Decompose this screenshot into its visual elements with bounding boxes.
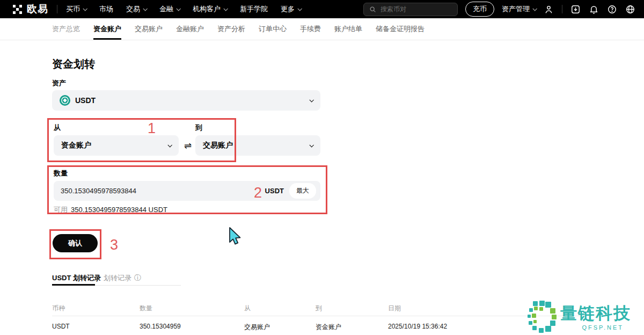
records-table-header: 币种 数量 从 到 日期 xyxy=(52,304,592,313)
notifications-bell-icon[interactable] xyxy=(589,4,599,14)
chevron-down-icon xyxy=(532,6,537,11)
brand-name[interactable]: 欧易 xyxy=(27,2,48,16)
icons-divider xyxy=(562,5,562,13)
asset-value: USDT xyxy=(75,96,96,105)
tabs-underline xyxy=(95,285,181,286)
swap-direction-icon[interactable]: ⇌ xyxy=(180,135,195,156)
info-icon: ⓘ xyxy=(134,273,141,283)
assets-menu[interactable]: 资产管理 xyxy=(502,4,536,14)
chevron-down-icon xyxy=(167,143,172,147)
nav-academy[interactable]: 新手学院 xyxy=(240,4,268,14)
available-balance: 可用350.1530495978593844 USDT xyxy=(54,205,167,215)
annotation-number-1: 1 xyxy=(148,120,156,137)
chevron-down-icon xyxy=(83,6,87,11)
download-app-icon[interactable] xyxy=(570,4,581,14)
available-label: 可用 xyxy=(54,206,68,214)
nav-trade[interactable]: 交易 xyxy=(126,4,147,14)
tab-proof-of-reserves[interactable]: 储备金证明报告 xyxy=(376,18,425,40)
col-from: 从 xyxy=(244,304,316,313)
assets-subnav: 资产总览 资金账户 交易账户 金融账户 资产分析 订单中心 手续费 账户结单 储… xyxy=(0,18,644,40)
from-account-select[interactable]: 资金账户 xyxy=(54,135,179,156)
chevron-down-icon xyxy=(309,98,313,102)
to-account-value: 交易账户 xyxy=(203,141,233,150)
tether-usdt-icon xyxy=(60,95,70,106)
search-box[interactable] xyxy=(363,3,458,16)
cell-to: 资金账户 xyxy=(316,323,388,332)
primary-nav: 买币 市场 交易 金融 机构客户 新手学院 更多 xyxy=(66,4,301,14)
top-navbar: 欧易 买币 市场 交易 金融 机构客户 新手学院 更多 充币 资产管理 xyxy=(0,0,644,18)
chevron-down-icon xyxy=(143,6,147,11)
page-title: 资金划转 xyxy=(52,57,95,71)
nav-finance[interactable]: 金融 xyxy=(159,4,180,14)
deposit-button[interactable]: 充币 xyxy=(465,2,494,17)
amount-input[interactable] xyxy=(61,187,265,195)
tab-trading-account[interactable]: 交易账户 xyxy=(135,18,163,40)
topbar-right: 充币 资产管理 xyxy=(363,2,635,17)
asset-select[interactable]: USDT xyxy=(52,90,320,111)
chevron-down-icon xyxy=(309,143,313,147)
chevron-down-icon xyxy=(176,6,180,11)
from-label: 从 xyxy=(54,123,61,133)
tab-order-center[interactable]: 订单中心 xyxy=(259,18,287,40)
cell-from: 交易账户 xyxy=(244,323,316,332)
search-icon xyxy=(369,6,376,13)
chevron-down-icon xyxy=(297,6,302,11)
max-button[interactable]: 最大 xyxy=(289,183,316,199)
nav-markets[interactable]: 市场 xyxy=(99,4,113,14)
nav-more[interactable]: 更多 xyxy=(281,4,301,14)
search-input[interactable] xyxy=(380,5,445,13)
tab-assets-overview[interactable]: 资产总览 xyxy=(52,18,80,40)
col-amount: 数量 xyxy=(140,304,244,313)
to-label: 到 xyxy=(195,123,202,133)
help-icon[interactable] xyxy=(607,4,617,14)
active-tab-underline xyxy=(52,284,95,286)
tab-all-transfer-records[interactable]: 划转记录ⓘ xyxy=(104,273,141,283)
mouse-cursor xyxy=(229,227,241,247)
table-row: USDT 350.15304959 交易账户 资金账户 2025/10/19 1… xyxy=(52,323,592,332)
tab-account-statement[interactable]: 账户结单 xyxy=(334,18,362,40)
tab-asset-analysis[interactable]: 资产分析 xyxy=(217,18,245,40)
tab-funding-account[interactable]: 资金账户 xyxy=(93,18,121,40)
cell-amount: 350.15304959 xyxy=(140,323,244,332)
tab-usdt-transfer-records[interactable]: USDT 划转记录 xyxy=(52,273,101,283)
annotation-number-3: 3 xyxy=(110,237,118,253)
language-globe-icon[interactable] xyxy=(625,4,635,14)
okx-logo-icon[interactable] xyxy=(13,5,22,14)
amount-label: 数量 xyxy=(54,169,68,178)
okx-funding-transfer-page: 欧易 买币 市场 交易 金融 机构客户 新手学院 更多 充币 资产管理 xyxy=(0,0,644,335)
cell-currency: USDT xyxy=(52,323,140,332)
col-to: 到 xyxy=(316,304,388,313)
table-divider xyxy=(52,316,592,316)
tab-fees[interactable]: 手续费 xyxy=(300,18,321,40)
chevron-down-icon xyxy=(223,6,228,11)
nav-institutional[interactable]: 机构客户 xyxy=(193,4,227,14)
tab-finance-account[interactable]: 金融账户 xyxy=(176,18,204,40)
confirm-button[interactable]: 确认 xyxy=(53,234,98,252)
topbar-divider xyxy=(57,5,57,13)
available-value: 350.1530495978593844 USDT xyxy=(71,206,167,214)
from-account-value: 资金账户 xyxy=(61,141,91,150)
amount-field: USDT 最大 xyxy=(54,181,320,201)
col-date: 日期 xyxy=(388,304,592,313)
cell-date: 2025/10/19 15:36:42 xyxy=(388,323,592,332)
topbar-icons xyxy=(544,4,635,14)
asset-label: 资产 xyxy=(52,78,66,88)
nav-buy-crypto[interactable]: 买币 xyxy=(66,4,86,14)
col-currency: 币种 xyxy=(52,304,140,313)
amount-currency: USDT xyxy=(265,187,284,195)
to-account-select[interactable]: 交易账户 xyxy=(195,135,320,156)
profile-icon[interactable] xyxy=(544,4,554,14)
